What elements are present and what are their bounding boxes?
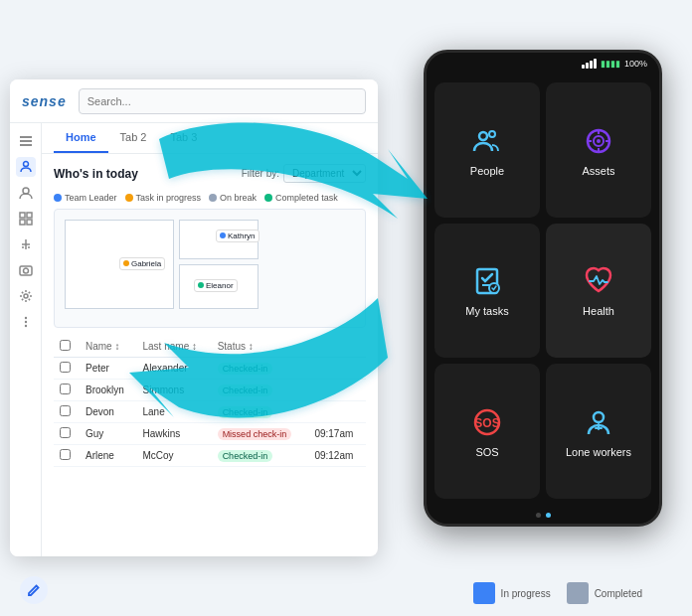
svg-point-10 <box>23 268 28 273</box>
signal-bars <box>582 59 597 69</box>
row-checkbox[interactable] <box>54 380 80 401</box>
main-content: Who's in today Filter by: Department Tea… <box>42 154 378 477</box>
person-gabriela: Gabriela <box>119 257 165 270</box>
app-layout: Home Tab 2 Tab 3 Who's in today Filter b… <box>10 123 378 556</box>
row-firstname: Brooklyn <box>80 380 137 401</box>
phone-app-grid: People Assets <box>427 75 659 507</box>
svg-point-15 <box>479 132 487 140</box>
sidebar-dots-icon[interactable] <box>16 312 36 332</box>
tile-people[interactable]: People <box>434 82 540 218</box>
select-all-checkbox[interactable] <box>60 340 71 351</box>
phone-page-dots <box>427 507 659 524</box>
tile-assets[interactable]: Assets <box>546 82 651 218</box>
search-input[interactable] <box>79 88 366 114</box>
tab-home[interactable]: Home <box>54 123 108 153</box>
table-row: Devon Lane Checked-in <box>54 401 366 423</box>
table-header-row: Name ↕ Last name ↕ Status ↕ <box>54 336 366 358</box>
svg-point-16 <box>489 131 495 137</box>
col-name[interactable]: Name ↕ <box>80 336 137 358</box>
svg-point-13 <box>24 321 26 323</box>
legend-dot-task <box>125 194 133 202</box>
people-table: Name ↕ Last name ↕ Status ↕ Peter Alexan… <box>54 336 366 467</box>
svg-point-29 <box>594 412 604 422</box>
sidebar-tree-icon[interactable] <box>16 234 36 254</box>
lone-workers-tile-icon <box>581 404 616 440</box>
row-status: Checked-in <box>212 401 309 423</box>
assets-tile-label: Assets <box>582 165 614 177</box>
battery-icon: ▮▮▮▮ <box>601 59 620 69</box>
svg-rect-8 <box>27 220 32 225</box>
svg-rect-7 <box>20 220 25 225</box>
row-status: Checked-in <box>212 358 309 380</box>
people-tile-label: People <box>470 165 504 177</box>
app-header: sense <box>10 79 378 123</box>
bar-block-completed <box>567 582 589 604</box>
signal-bar-1 <box>582 65 585 69</box>
sos-tile-icon: SOS <box>469 404 505 440</box>
sidebar-user-icon[interactable] <box>16 183 36 203</box>
legend-task-progress: Task in progress <box>125 193 202 203</box>
filter-select[interactable]: Department <box>283 164 366 183</box>
col-checkbox <box>54 336 80 358</box>
filter-bar: Filter by: Department <box>242 164 366 183</box>
table-row: Arlene McCoy Checked-in 09:12am <box>54 445 366 467</box>
app-tabs: Home Tab 2 Tab 3 <box>42 123 378 154</box>
phone-device: ▮▮▮▮ 100% People <box>424 50 662 527</box>
tab-3[interactable]: Tab 3 <box>158 123 209 153</box>
row-checkbox[interactable] <box>54 445 80 467</box>
tile-lone-workers[interactable]: Lone workers <box>546 364 651 499</box>
row-checkbox[interactable] <box>54 401 80 423</box>
row-checkbox[interactable] <box>54 358 80 380</box>
sidebar-camera-icon[interactable] <box>16 260 36 280</box>
bar-item-completed: Completed <box>567 582 642 604</box>
row-time <box>308 401 366 423</box>
sidebar-menu-icon[interactable] <box>16 131 36 151</box>
signal-bar-4 <box>594 59 597 69</box>
legend-completed: Completed task <box>264 193 338 203</box>
health-tile-icon <box>581 263 616 299</box>
legend-on-break: On break <box>209 193 257 203</box>
row-checkbox[interactable] <box>54 423 80 445</box>
svg-point-23 <box>597 139 601 143</box>
tasks-tile-icon <box>469 263 505 299</box>
table-row: Peter Alexander Checked-in <box>54 358 366 380</box>
tile-health[interactable]: Health <box>546 224 651 359</box>
row-status: Missed check-in <box>212 423 309 445</box>
row-firstname: Peter <box>80 358 137 380</box>
row-firstname: Arlene <box>80 445 137 467</box>
sidebar-people-icon[interactable] <box>16 157 36 177</box>
svg-text:SOS: SOS <box>474 416 499 430</box>
col-lastname[interactable]: Last name ↕ <box>137 336 212 358</box>
sos-tile-label: SOS <box>475 446 498 458</box>
table-row: Guy Hawkins Missed check-in 09:17am <box>54 423 366 445</box>
edit-button[interactable] <box>20 576 48 604</box>
floorplan: Gabriela Kathryn Eleanor <box>54 209 366 328</box>
row-time: 09:12am <box>308 445 366 467</box>
col-status[interactable]: Status ↕ <box>212 336 309 358</box>
section-title: Who's in today <box>54 167 138 181</box>
battery-percentage: 100% <box>624 59 647 69</box>
col-time <box>308 336 366 358</box>
legend-dot-break <box>209 194 217 202</box>
page-dot-2[interactable] <box>546 513 551 518</box>
map-legend: Team Leader Task in progress On break Co… <box>54 193 366 203</box>
app-sidebar <box>10 123 42 556</box>
tasks-tile-label: My tasks <box>465 305 508 317</box>
person-kathryn: Kathryn <box>216 230 260 242</box>
sidebar-grid-icon[interactable] <box>16 209 36 229</box>
people-tile-icon <box>469 123 505 159</box>
row-lastname: McCoy <box>137 445 212 467</box>
table-row: Brooklyn Simmons Checked-in <box>54 380 366 401</box>
signal-bar-2 <box>586 63 589 69</box>
legend-dot-completed <box>264 194 272 202</box>
sidebar-settings-icon[interactable] <box>16 286 36 306</box>
tile-my-tasks[interactable]: My tasks <box>434 224 540 359</box>
tab-2[interactable]: Tab 2 <box>108 123 159 153</box>
person-eleanor: Eleanor <box>194 279 238 292</box>
page-dot-1[interactable] <box>536 513 541 518</box>
svg-rect-6 <box>27 213 32 218</box>
tile-sos[interactable]: SOS SOS <box>434 364 540 499</box>
row-time <box>308 380 366 401</box>
legend-team-leader: Team Leader <box>54 193 117 203</box>
desktop-app-panel: sense <box>10 79 378 556</box>
